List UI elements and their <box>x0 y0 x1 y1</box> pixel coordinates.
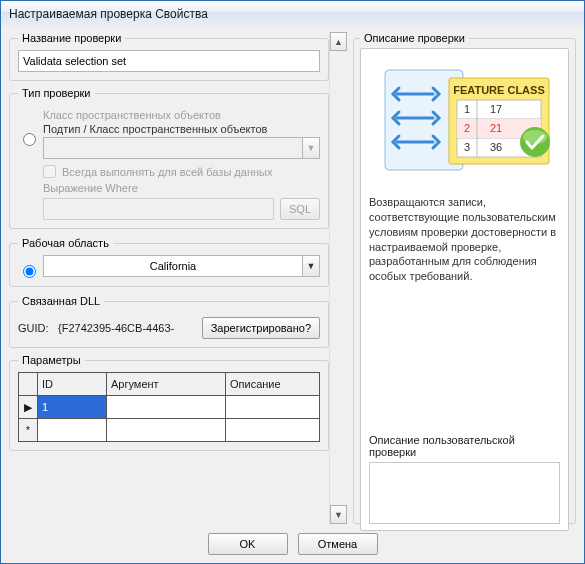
workspace-group: Рабочая область ▼ <box>9 237 329 287</box>
cell-arg[interactable] <box>107 396 226 419</box>
where-input <box>43 198 274 220</box>
table-row[interactable]: ▶ 1 <box>19 396 320 419</box>
scroll-track[interactable] <box>330 51 347 505</box>
user-description-box[interactable] <box>369 462 560 524</box>
always-label: Всегда выполнять для всей базы данных <box>62 166 272 178</box>
svg-text:17: 17 <box>490 103 502 115</box>
svg-text:3: 3 <box>463 141 469 153</box>
table-row[interactable]: * <box>19 419 320 442</box>
button-bar: OK Отмена <box>1 533 584 555</box>
illustration: FEATURE CLASS 1 17 2 <box>369 59 560 189</box>
dialog-body: Название проверки Тип проверки Класс про… <box>1 26 584 563</box>
check-type-legend: Тип проверки <box>18 87 95 99</box>
workspace-radio[interactable] <box>23 265 36 278</box>
table-header-row: ID Аргумент Описание <box>19 373 320 396</box>
guid-label: GUID: <box>18 322 52 334</box>
feature-class-label: FEATURE CLASS <box>453 84 544 96</box>
description-legend: Описание проверки <box>360 32 469 44</box>
sql-button: SQL <box>280 198 320 220</box>
col-id[interactable]: ID <box>38 373 107 396</box>
dll-group: Связанная DLL GUID: {F2742395-46CB-4463-… <box>9 295 329 348</box>
description-panel: FEATURE CLASS 1 17 2 <box>360 48 569 531</box>
subtype-label: Подтип / Класс пространственных объектов <box>43 123 320 135</box>
chevron-down-icon[interactable]: ▼ <box>302 137 320 159</box>
workspace-combo[interactable]: ▼ <box>43 255 320 277</box>
left-scrollbar[interactable]: ▲ ▼ <box>329 32 347 524</box>
svg-text:2: 2 <box>463 122 469 134</box>
svg-text:36: 36 <box>490 141 502 153</box>
cell-id[interactable]: 1 <box>38 396 107 419</box>
cell-desc[interactable] <box>226 419 320 442</box>
cancel-button[interactable]: Отмена <box>298 533 378 555</box>
left-column: Название проверки Тип проверки Класс про… <box>9 32 329 524</box>
feature-class-label: Класс пространственных объектов <box>43 109 320 121</box>
right-column: Описание проверки <box>353 32 576 524</box>
ok-button[interactable]: OK <box>208 533 288 555</box>
cell-desc[interactable] <box>226 396 320 419</box>
user-description-label: Описание пользовательской проверки <box>369 434 560 458</box>
params-table[interactable]: ID Аргумент Описание ▶ 1 * <box>18 372 320 442</box>
scroll-down-icon[interactable]: ▼ <box>330 505 347 524</box>
chevron-down-icon[interactable]: ▼ <box>302 255 320 277</box>
dialog-window: Настраиваемая проверка Свойства Название… <box>0 0 585 564</box>
features-radio[interactable] <box>23 133 36 146</box>
description-group: Описание проверки <box>353 32 576 524</box>
check-type-group: Тип проверки Класс пространственных объе… <box>9 87 329 229</box>
workspace-legend: Рабочая область <box>18 237 113 249</box>
always-checkbox-row[interactable]: Всегда выполнять для всей базы данных <box>43 165 320 178</box>
params-group: Параметры ID Аргумент Описание ▶ 1 <box>9 354 329 451</box>
registered-button[interactable]: Зарегистрировано? <box>202 317 320 339</box>
check-name-legend: Название проверки <box>18 32 125 44</box>
dll-legend: Связанная DLL <box>18 295 104 307</box>
row-marker: ▶ <box>19 396 38 419</box>
svg-text:1: 1 <box>463 103 469 115</box>
title-bar[interactable]: Настраиваемая проверка Свойства <box>1 1 584 27</box>
cell-arg[interactable] <box>107 419 226 442</box>
guid-value: {F2742395-46CB-4463- <box>58 322 196 334</box>
workspace-input[interactable] <box>43 255 302 277</box>
cell-id[interactable] <box>38 419 107 442</box>
subtype-input <box>43 137 302 159</box>
col-arg[interactable]: Аргумент <box>107 373 226 396</box>
params-legend: Параметры <box>18 354 85 366</box>
description-text: Возвращаются записи, соответствующие пол… <box>369 195 560 284</box>
scroll-up-icon[interactable]: ▲ <box>330 32 347 51</box>
user-description-section: Описание пользовательской проверки <box>369 434 560 524</box>
col-desc[interactable]: Описание <box>226 373 320 396</box>
row-header-blank <box>19 373 38 396</box>
check-name-group: Название проверки <box>9 32 329 81</box>
svg-text:21: 21 <box>490 122 502 134</box>
check-name-input[interactable] <box>18 50 320 72</box>
row-marker: * <box>19 419 38 442</box>
title-text: Настраиваемая проверка Свойства <box>9 7 208 21</box>
subtype-combo[interactable]: ▼ <box>43 137 320 159</box>
where-label: Выражение Where <box>43 182 320 194</box>
always-checkbox <box>43 165 56 178</box>
